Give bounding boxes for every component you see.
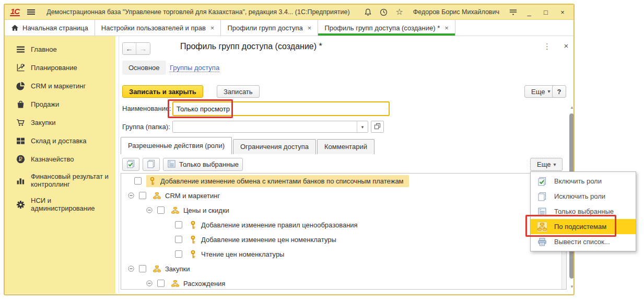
context-menu-item[interactable]: Включить роли <box>531 174 636 189</box>
window-title: Демонстрационная база "Управление торгов… <box>42 8 358 16</box>
scroll-up-icon[interactable]: ▲ <box>569 105 575 110</box>
form-inner-tabs: Разрешенные действия (роли) Ограничения … <box>121 137 376 154</box>
subsystem-icon <box>153 264 161 273</box>
key-icon <box>148 177 156 186</box>
sidebar-item[interactable]: Р Казначейство <box>5 150 115 168</box>
scroll-down-icon[interactable]: ▼ <box>569 284 575 289</box>
tree-row[interactable]: Добавление изменение обмена с клиентами … <box>121 174 566 188</box>
forward-button[interactable]: → <box>136 43 150 54</box>
checkbox[interactable] <box>139 265 146 272</box>
tree-row[interactable]: Чтение цен номенклатуры <box>121 247 566 261</box>
main-menu-icon <box>16 45 26 54</box>
collapse-icon[interactable] <box>146 207 153 213</box>
exclude-roles-icon <box>147 159 156 170</box>
tab-main[interactable]: Основное <box>122 61 166 75</box>
maximize-button[interactable]: □ <box>540 8 552 16</box>
include-roles-button[interactable] <box>122 158 139 171</box>
subsystem-icon <box>153 191 161 200</box>
workspace-tab[interactable]: Начальная страница <box>5 20 95 36</box>
form-inner-tab[interactable]: Разрешенные действия (роли) <box>121 137 232 154</box>
tree-row[interactable]: Цены и скидки <box>121 203 566 217</box>
checkbox[interactable] <box>139 192 146 199</box>
chevron-down-icon[interactable]: ▾ <box>357 121 368 132</box>
form-title: Профиль групп доступа (создание) * <box>180 42 322 51</box>
crm-icon <box>16 82 26 91</box>
sidebar-item[interactable]: Главное <box>5 40 115 59</box>
roles-more-button[interactable]: Еще ▾ <box>530 158 563 171</box>
checkbox[interactable] <box>175 250 182 258</box>
purchases-icon <box>16 118 26 128</box>
sidebar-item[interactable]: Продажи <box>5 95 115 113</box>
checkbox[interactable] <box>157 280 165 287</box>
include-roles-icon <box>126 159 135 170</box>
workspace-tab[interactable]: Профили групп доступа × <box>221 20 318 36</box>
subsystems-icon <box>537 222 547 232</box>
subsystem-icon <box>171 279 179 288</box>
service-menu-icon[interactable] <box>508 7 518 17</box>
only-selected-button[interactable]: Только выбранные <box>163 158 243 171</box>
workspace-tab[interactable]: Профиль групп доступа (создание) * × <box>318 20 455 36</box>
titlebar: 1С Демонстрационная база "Управление тор… <box>5 5 573 20</box>
chevron-down-icon: ▾ <box>547 89 550 94</box>
sidebar-item[interactable]: НСИ и администрирование <box>5 192 115 216</box>
tree-row[interactable]: CRM и маркетинг <box>121 188 566 203</box>
sidebar-item[interactable]: Финансовый результат и контроллинг <box>5 168 115 192</box>
sections-sidebar: Главное Планирование CRM и маркетинг <box>5 36 115 294</box>
back-button[interactable]: ← <box>123 43 136 54</box>
close-window-button[interactable]: × <box>557 8 568 16</box>
roles-toolbar: Только выбранные <box>122 158 243 171</box>
main-menu-icon[interactable] <box>27 9 35 15</box>
sidebar-item[interactable]: Планирование <box>5 59 115 77</box>
svg-text:Р: Р <box>19 156 22 162</box>
tree-row[interactable]: Добавление изменение цен номенклатуры <box>121 232 566 247</box>
save-button[interactable]: Записать <box>217 85 260 98</box>
workspace-tabbar: Начальная страница Настройки пользовател… <box>5 20 573 36</box>
tree-row[interactable]: Добавление изменение правил ценообразова… <box>121 217 566 232</box>
tree-row[interactable]: Закупки <box>121 261 566 276</box>
name-input[interactable]: Только просмотр <box>172 101 390 116</box>
key-icon <box>189 235 197 244</box>
favorites-star-icon[interactable]: ☆ <box>394 7 405 17</box>
tab-close-icon[interactable]: × <box>308 24 312 32</box>
group-combobox[interactable]: ▾ <box>172 121 368 133</box>
checkbox[interactable] <box>157 206 165 214</box>
tab-close-icon[interactable]: × <box>210 24 215 32</box>
history-clock-icon[interactable] <box>379 7 389 17</box>
help-button[interactable]: ? <box>552 85 566 98</box>
save-and-close-button[interactable]: Записать и закрыть <box>122 85 203 98</box>
open-list-button[interactable] <box>371 121 384 133</box>
more-dots-icon[interactable]: ⋮ <box>543 42 551 51</box>
form-close-icon[interactable]: × <box>562 41 570 50</box>
form-inner-tab[interactable]: Комментарий <box>317 139 374 154</box>
exclude-roles-icon <box>537 191 547 202</box>
collapse-icon[interactable] <box>146 280 153 286</box>
workspace-tab[interactable]: Настройки пользователей и прав × <box>95 20 221 36</box>
context-menu-item[interactable]: Только выбранные <box>531 204 636 219</box>
sidebar-item[interactable]: Склад и доставка <box>5 132 115 150</box>
context-menu-item[interactable]: Вывести список... <box>531 234 636 249</box>
sidebar-splitter[interactable] <box>115 36 119 294</box>
warehouse-icon <box>16 136 26 146</box>
notifications-bell-icon[interactable] <box>363 7 373 17</box>
sales-icon <box>16 100 26 109</box>
current-user[interactable]: Федоров Борис Михайлович <box>413 8 499 16</box>
sidebar-item[interactable]: Закупки <box>5 113 115 132</box>
collapse-icon[interactable] <box>128 192 134 199</box>
collapse-icon[interactable] <box>128 266 134 272</box>
form-inner-tab[interactable]: Ограничения доступа <box>233 139 316 154</box>
checkbox[interactable] <box>175 236 182 243</box>
print-icon <box>537 237 547 247</box>
minimize-button[interactable]: _ <box>523 8 535 16</box>
sidebar-item[interactable]: CRM и маркетинг <box>5 77 115 95</box>
context-menu-item[interactable]: Исключить роли <box>531 189 636 204</box>
tab-close-icon[interactable]: × <box>444 24 449 32</box>
checkbox[interactable] <box>175 221 182 228</box>
key-icon <box>189 221 197 229</box>
exclude-roles-button[interactable] <box>143 158 160 171</box>
context-menu-item[interactable]: По подсистемам <box>531 219 636 234</box>
checkbox[interactable] <box>134 177 142 185</box>
admin-gear-icon <box>16 200 26 209</box>
app-window: 1С Демонстрационная база "Управление тор… <box>4 4 575 295</box>
tree-row[interactable]: Расхождения <box>121 276 566 290</box>
access-groups-link[interactable]: Группы доступа <box>170 64 219 72</box>
